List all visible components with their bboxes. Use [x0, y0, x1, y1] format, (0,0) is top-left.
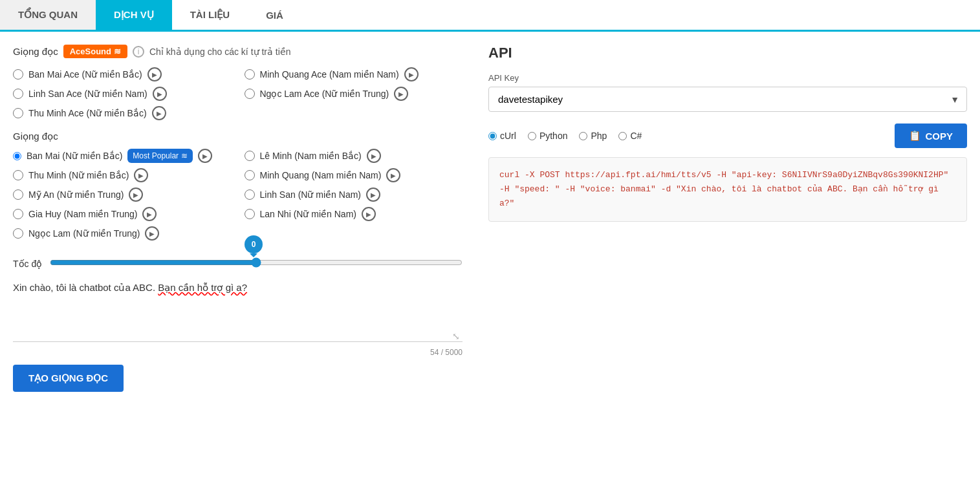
play-btn-ban-mai[interactable]: ▶: [198, 149, 212, 163]
main-textarea[interactable]: [13, 303, 463, 342]
radio-ngoc-lam-ace[interactable]: [13, 108, 23, 118]
acesound-badge: AceSound ≋: [63, 45, 127, 58]
voice-option-ban-mai[interactable]: Ban Mai (Nữ miền Bắc) Most Popular ≋ ▶: [13, 149, 232, 163]
lang-tab-php[interactable]: Php: [579, 131, 607, 141]
radio-thu-minh[interactable]: [13, 170, 23, 180]
lang-tab-cs[interactable]: C#: [618, 131, 642, 141]
copy-button[interactable]: 📋 COPY: [895, 124, 967, 148]
api-key-select[interactable]: davetestapikey: [488, 87, 967, 112]
paid-only-note: Chỉ khả dụng cho các kí tự trả tiền: [149, 47, 291, 57]
voice-option-lan-nhi[interactable]: Lan Nhi (Nữ miền Nam) ▶: [245, 207, 463, 221]
radio-cs[interactable]: [618, 132, 627, 140]
radio-ban-mai[interactable]: [13, 152, 21, 160]
radio-lan-nhi[interactable]: [245, 209, 255, 219]
voice-option-minh-quang[interactable]: Minh Quang (Nam miền Nam) ▶: [245, 168, 463, 182]
radio-curl[interactable]: [488, 132, 497, 140]
voice-name-my-an: Mỹ An (Nữ miền Trung): [28, 189, 124, 200]
play-btn-gia-huy[interactable]: ▶: [142, 207, 157, 221]
lang-label-python: Python: [539, 131, 568, 141]
slider-container: 0: [50, 257, 463, 270]
voice-option-le-minh[interactable]: Lê Minh (Nam miền Bắc) ▶: [245, 149, 463, 163]
voice-option-ngoc-lam[interactable]: Ngọc Lam (Nữ miền Trung) ▶: [13, 226, 232, 241]
voice-option-linh-san-ace[interactable]: Minh Quang Ace (Nam miền Nam) ▶: [245, 67, 463, 81]
slider-tooltip: 0: [245, 235, 263, 253]
voice-name-ban-mai: Ban Mai (Nữ miền Bắc): [27, 151, 122, 161]
voice-option-linh-san[interactable]: Linh San (Nữ miền Nam) ▶: [245, 188, 463, 202]
api-title: API: [488, 45, 967, 61]
play-btn-linh-san-ace[interactable]: ▶: [404, 67, 419, 81]
play-btn-thu-minh[interactable]: ▶: [134, 168, 148, 182]
radio-python[interactable]: [528, 132, 536, 140]
voice-reader-label: Giọng đọc: [13, 46, 58, 58]
tab-dich-vu[interactable]: DỊCH VỤ: [96, 0, 172, 30]
copy-icon: 📋: [909, 130, 921, 142]
voice-name-thu-minh-ace: Linh San Ace (Nữ miền Nam): [28, 89, 147, 99]
main-content: Giọng đọc AceSound ≋ i Chỉ khả dụng cho …: [0, 32, 980, 405]
voice-name-lan-nhi: Lan Nhi (Nữ miền Nam): [260, 209, 356, 219]
play-btn-thu-minh-ace[interactable]: ▶: [153, 87, 167, 101]
voice-option-minh-quang-ace[interactable]: Ngọc Lam Ace (Nữ miền Trung) ▶: [245, 87, 463, 101]
voice-name-ngoc-lam-ace: Thu Minh Ace (Nữ miền Bắc): [28, 108, 147, 118]
voice-name-thu-minh: Thu Minh (Nữ miền Bắc): [28, 170, 129, 180]
play-btn-my-an[interactable]: ▶: [129, 188, 143, 202]
api-key-label: API Key: [488, 73, 967, 83]
copy-btn-label: COPY: [925, 131, 953, 142]
voice-name-linh-san: Linh San (Nữ miền Nam): [260, 189, 362, 200]
text-preview: Xin chào, tôi là chatbot của ABC. Bạn cầ…: [13, 280, 463, 295]
info-icon[interactable]: i: [133, 46, 144, 58]
left-panel: Giọng đọc AceSound ≋ i Chỉ khả dụng cho …: [13, 45, 463, 392]
voice-name-ban-mai-ace: Ban Mai Ace (Nữ miền Bắc): [28, 69, 142, 80]
play-btn-minh-quang-ace[interactable]: ▶: [394, 87, 408, 101]
radio-php[interactable]: [579, 132, 587, 140]
play-btn-ngoc-lam-ace[interactable]: ▶: [152, 106, 166, 120]
voice-name-le-minh: Lê Minh (Nam miền Bắc): [260, 151, 362, 161]
radio-minh-quang-ace[interactable]: [245, 89, 255, 99]
voice-option-gia-huy[interactable]: Gia Huy (Nam miền Trung) ▶: [13, 207, 232, 221]
radio-ban-mai-ace[interactable]: [13, 69, 23, 80]
ace-voices-grid: Ban Mai Ace (Nữ miền Bắc) ▶ Linh San Ace…: [13, 67, 463, 120]
tab-tai-lieu[interactable]: TÀI LIỆU: [172, 0, 248, 30]
tab-tong-quan[interactable]: TỔNG QUAN: [0, 0, 96, 30]
wave-icon: ≋: [181, 151, 188, 160]
play-btn-le-minh[interactable]: ▶: [367, 149, 381, 163]
radio-gia-huy[interactable]: [13, 209, 23, 219]
voice-option-thu-minh[interactable]: Thu Minh (Nữ miền Bắc) ▶: [13, 168, 232, 182]
play-btn-linh-san[interactable]: ▶: [366, 188, 380, 202]
text-underlined: Bạn cần hỗ trợ gì a?: [158, 282, 247, 293]
voice-option-ngoc-lam-ace[interactable]: Thu Minh Ace (Nữ miền Bắc) ▶: [13, 106, 232, 120]
radio-le-minh[interactable]: [245, 151, 255, 161]
voice-option-my-an[interactable]: Mỹ An (Nữ miền Trung) ▶: [13, 188, 232, 202]
tab-gia[interactable]: GIÁ: [248, 0, 301, 30]
api-key-wrapper: davetestapikey ▼: [488, 87, 967, 112]
voice-name-minh-quang-ace: Ngọc Lam Ace (Nữ miền Trung): [260, 89, 389, 99]
voice-name-linh-san-ace: Minh Quang Ace (Nam miền Nam): [260, 69, 399, 80]
radio-my-an[interactable]: [13, 189, 23, 200]
radio-ngoc-lam[interactable]: [13, 228, 23, 239]
lang-tabs-row: cUrl Python Php C# 📋 COPY: [488, 124, 967, 148]
voice-option-thu-minh-ace[interactable]: Linh San Ace (Nữ miền Nam) ▶: [13, 87, 232, 101]
speed-label: Tốc độ: [13, 259, 42, 269]
play-btn-ban-mai-ace[interactable]: ▶: [147, 67, 162, 81]
standard-voices-grid: Ban Mai (Nữ miền Bắc) Most Popular ≋ ▶ T…: [13, 149, 463, 246]
lang-label-curl: cUrl: [500, 131, 516, 141]
speed-row: Tốc độ 0: [13, 257, 463, 270]
play-btn-minh-quang[interactable]: ▶: [386, 168, 400, 182]
play-btn-ngoc-lam[interactable]: ▶: [145, 226, 159, 241]
radio-linh-san-ace[interactable]: [245, 69, 255, 80]
voice-option-ban-mai-ace[interactable]: Ban Mai Ace (Nữ miền Bắc) ▶: [13, 67, 232, 81]
textarea-wrapper: ⤡: [13, 303, 463, 344]
lang-label-php: Php: [591, 131, 607, 141]
radio-thu-minh-ace[interactable]: [13, 89, 23, 99]
sound-wave-icon: ≋: [114, 47, 121, 56]
radio-linh-san[interactable]: [245, 189, 255, 200]
lang-label-cs: C#: [630, 131, 642, 141]
radio-minh-quang[interactable]: [245, 170, 255, 180]
play-btn-lan-nhi[interactable]: ▶: [362, 207, 376, 221]
lang-tab-curl[interactable]: cUrl: [488, 131, 516, 141]
voice-name-gia-huy: Gia Huy (Nam miền Trung): [28, 209, 137, 219]
right-panel: API API Key davetestapikey ▼ cUrl Python…: [488, 45, 967, 392]
most-popular-label: Most Popular: [133, 151, 179, 160]
lang-tab-python[interactable]: Python: [528, 131, 568, 141]
speed-slider[interactable]: [50, 257, 463, 268]
create-tts-button[interactable]: TẠO GIỌNG ĐỌC: [13, 365, 124, 392]
